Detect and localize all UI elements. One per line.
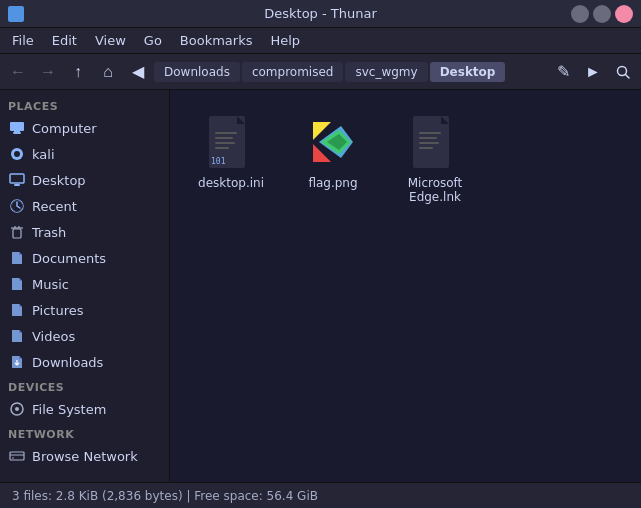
breadcrumb-compromised[interactable]: compromised — [242, 62, 344, 82]
sidebar-item-videos[interactable]: Videos — [0, 323, 169, 349]
sidebar-item-kali[interactable]: kali — [0, 141, 169, 167]
sidebar-item-trash[interactable]: Trash — [0, 219, 169, 245]
breadcrumb-desktop[interactable]: Desktop — [430, 62, 506, 82]
sidebar-item-recent[interactable]: Recent — [0, 193, 169, 219]
titlebar: Desktop - Thunar — [0, 0, 641, 28]
svg-line-1 — [626, 74, 630, 78]
sidebar-item-documents[interactable]: Documents — [0, 245, 169, 271]
downloads-icon — [8, 353, 26, 371]
toolbar: ← → ↑ ⌂ ◀ Downloads compromised svc_wgmy… — [0, 54, 641, 90]
back-button[interactable]: ← — [4, 58, 32, 86]
computer-icon — [8, 119, 26, 137]
svg-rect-18 — [10, 452, 24, 460]
thunar-icon — [8, 6, 24, 22]
status-text: 3 files: 2.8 KiB (2,836 bytes) | Free sp… — [12, 489, 318, 503]
places-section-title: Places — [0, 94, 169, 115]
statusbar: 3 files: 2.8 KiB (2,836 bytes) | Free sp… — [0, 482, 641, 508]
sidebar-item-filesystem[interactable]: File System — [0, 396, 169, 422]
svg-rect-36 — [419, 132, 441, 134]
documents-icon — [8, 249, 26, 267]
breadcrumb-svc-wgmy[interactable]: svc_wgmy — [345, 62, 427, 82]
search-button[interactable] — [609, 58, 637, 86]
svg-rect-8 — [14, 184, 20, 186]
menu-bookmarks[interactable]: Bookmarks — [172, 31, 261, 50]
file-name-ms-edge-lnk: Microsoft Edge.lnk — [394, 176, 476, 204]
sidebar-label-desktop: Desktop — [32, 173, 86, 188]
maximize-button[interactable] — [593, 5, 611, 23]
menu-go[interactable]: Go — [136, 31, 170, 50]
trash-icon — [8, 223, 26, 241]
sidebar-label-trash: Trash — [32, 225, 66, 240]
menu-help[interactable]: Help — [262, 31, 308, 50]
videos-icon — [8, 327, 26, 345]
svg-rect-38 — [419, 142, 439, 144]
breadcrumb-bar: Downloads compromised svc_wgmy Desktop — [154, 62, 547, 82]
sidebar-item-computer[interactable]: Computer — [0, 115, 169, 141]
sidebar-item-downloads[interactable]: Downloads — [0, 349, 169, 375]
sidebar-item-music[interactable]: Music — [0, 271, 169, 297]
expand-button[interactable]: ► — [579, 58, 607, 86]
forward-button[interactable]: → — [34, 58, 62, 86]
home-button[interactable]: ⌂ — [94, 58, 122, 86]
sidebar-label-pictures: Pictures — [32, 303, 83, 318]
minimize-button[interactable] — [571, 5, 589, 23]
desktop-icon — [8, 171, 26, 189]
svg-rect-3 — [13, 132, 21, 134]
kali-icon — [8, 145, 26, 163]
menu-file[interactable]: File — [4, 31, 42, 50]
window-controls — [571, 5, 633, 23]
network-section-title: Network — [0, 422, 169, 443]
browse-network-icon — [8, 447, 26, 465]
toggle-button[interactable]: ◀ — [124, 58, 152, 86]
flag-png-icon — [305, 114, 361, 170]
main-layout: Places Computer kali Desktop Recent — [0, 90, 641, 482]
file-desktop-ini[interactable]: 101 desktop.ini — [186, 106, 276, 212]
svg-rect-7 — [10, 174, 24, 183]
file-flag-png[interactable]: flag.png — [288, 106, 378, 212]
file-area: 101 desktop.ini — [170, 90, 641, 482]
svg-rect-4 — [14, 131, 20, 132]
music-icon — [8, 275, 26, 293]
sidebar-label-recent: Recent — [32, 199, 77, 214]
svg-rect-25 — [215, 142, 235, 144]
recent-icon — [8, 197, 26, 215]
sidebar-label-computer: Computer — [32, 121, 97, 136]
close-button[interactable] — [615, 5, 633, 23]
svg-rect-39 — [419, 147, 433, 149]
filesystem-icon — [8, 400, 26, 418]
sidebar-item-browse-network[interactable]: Browse Network — [0, 443, 169, 469]
sidebar-label-kali: kali — [32, 147, 55, 162]
svg-point-17 — [15, 407, 19, 411]
svg-rect-23 — [215, 132, 237, 134]
svg-rect-2 — [10, 122, 24, 131]
svg-rect-37 — [419, 137, 437, 139]
svg-point-6 — [14, 151, 20, 157]
sidebar-label-videos: Videos — [32, 329, 75, 344]
window-title: Desktop - Thunar — [264, 6, 377, 21]
file-name-desktop-ini: desktop.ini — [198, 176, 264, 190]
file-ms-edge-lnk[interactable]: Microsoft Edge.lnk — [390, 106, 480, 212]
svg-rect-11 — [13, 229, 21, 238]
svg-text:101: 101 — [211, 157, 226, 166]
svg-rect-24 — [215, 137, 233, 139]
svg-point-20 — [12, 457, 14, 459]
sidebar-item-pictures[interactable]: Pictures — [0, 297, 169, 323]
sidebar-label-browse-network: Browse Network — [32, 449, 138, 464]
svg-rect-26 — [215, 147, 229, 149]
desktop-ini-icon: 101 — [203, 114, 259, 170]
sidebar-label-downloads: Downloads — [32, 355, 103, 370]
menubar: File Edit View Go Bookmarks Help — [0, 28, 641, 54]
sidebar-label-documents: Documents — [32, 251, 106, 266]
sidebar-label-music: Music — [32, 277, 69, 292]
pictures-icon — [8, 301, 26, 319]
up-button[interactable]: ↑ — [64, 58, 92, 86]
breadcrumb-downloads[interactable]: Downloads — [154, 62, 240, 82]
sidebar-label-filesystem: File System — [32, 402, 106, 417]
sidebar: Places Computer kali Desktop Recent — [0, 90, 170, 482]
file-name-flag-png: flag.png — [308, 176, 357, 190]
sidebar-item-desktop[interactable]: Desktop — [0, 167, 169, 193]
devices-section-title: Devices — [0, 375, 169, 396]
menu-view[interactable]: View — [87, 31, 134, 50]
edit-path-button[interactable]: ✎ — [549, 58, 577, 86]
menu-edit[interactable]: Edit — [44, 31, 85, 50]
